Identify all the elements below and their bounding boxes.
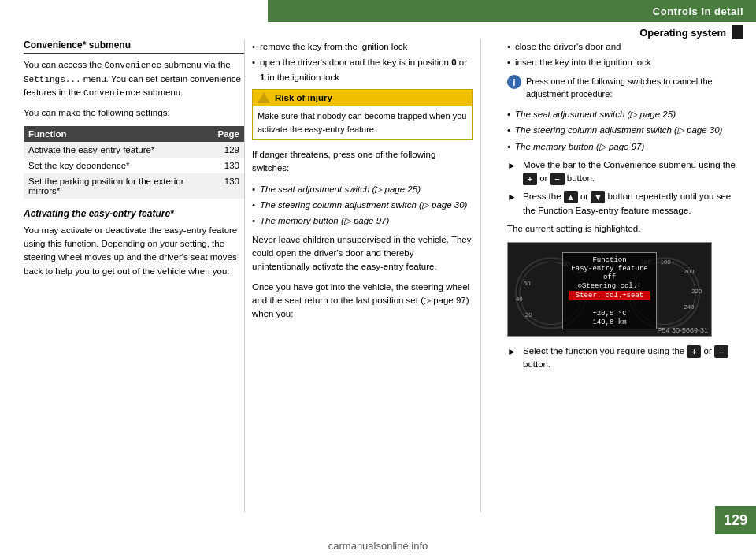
svg-text:220: 220: [691, 288, 702, 295]
table-cell-func-2: Set the key dependence*: [24, 158, 213, 173]
arrow-text-1: Move the bar to the Convenience submenu …: [523, 158, 743, 186]
col-divider-1: [244, 39, 245, 512]
col-divider-2: [480, 39, 481, 512]
bullet-item-2: open the driver's door and the key is in…: [252, 55, 472, 84]
info-bullet-3: The memory button (▷ page 97): [507, 140, 743, 154]
function-table: Function Page Activate the easy-entry fe…: [24, 126, 244, 199]
arrow-text-2: Press the ▲ or ▼ button repeatedly until…: [523, 190, 743, 218]
following-settings-text: You can make the following settings:: [24, 106, 244, 120]
overlay-temp: +20,5 °C: [592, 310, 626, 318]
plus-button-1[interactable]: +: [523, 173, 537, 185]
plus-button-2[interactable]: +: [687, 345, 701, 358]
overlay-line2: Easy-entry feature: [571, 265, 647, 273]
warning-triangle-icon: [258, 92, 270, 103]
overlay-highlighted: Steer. col.+seat: [569, 291, 650, 300]
svg-text:20: 20: [525, 311, 532, 318]
down-button[interactable]: ▼: [591, 191, 605, 203]
up-button[interactable]: ▲: [564, 191, 578, 203]
page-number-box: 129: [715, 506, 756, 534]
svg-text:60: 60: [524, 280, 531, 287]
dashboard-overlay: Function Easy-entry feature off ⊙Steerin…: [562, 252, 657, 329]
right-bullet-list-top: close the driver's door and insert the k…: [507, 39, 743, 70]
overlay-line4: ⊙Steering col.+: [577, 282, 641, 290]
table-cell-func-1: Activate the easy-entry feature*: [24, 142, 213, 158]
header-title: Controls in detail: [653, 6, 743, 17]
overlay-line1: Function: [592, 256, 626, 264]
right-bullet-2: insert the key into the ignition lock: [507, 55, 743, 69]
danger-bullet-3: The memory button (▷ page 97): [252, 214, 472, 228]
settings-mono: Settings...: [24, 75, 81, 84]
once-text: Once you have got into the vehicle, the …: [252, 281, 472, 322]
info-bullet-2: The steering column adjustment switch (▷…: [507, 123, 743, 137]
arrow-icon-3: ►: [507, 344, 518, 359]
info-text: Press one of the following switches to c…: [526, 75, 743, 101]
mid-column: remove the key from the ignition lock op…: [252, 39, 472, 327]
table-cell-func-3: Set the parking position for the exterio…: [24, 173, 213, 199]
right-bullet-1: close the driver's door and: [507, 39, 743, 54]
dashboard-image: 60 40 20 80 100 200 220 240 180 160 Func…: [507, 242, 712, 337]
risk-box: Risk of injury Make sure that nobody can…: [252, 89, 472, 140]
arrow-icon-1: ►: [507, 158, 518, 173]
info-icon: i: [507, 75, 521, 89]
info-box: i Press one of the following switches to…: [507, 75, 743, 101]
table-row: Set the key dependence* 130: [24, 158, 244, 173]
left-intro-text: You can access the Convenience submenu v…: [24, 58, 244, 100]
svg-text:240: 240: [684, 303, 695, 311]
dashboard-caption: P54 30-5669-31: [657, 326, 708, 334]
table-row: Activate the easy-entry feature* 129: [24, 142, 244, 158]
info-bullet-list: The seat adjustment switch (▷ page 25) T…: [507, 107, 743, 154]
page-number: 129: [724, 512, 747, 529]
danger-intro-text: If danger threatens, press one of the fo…: [252, 148, 472, 176]
header-bar: Controls in detail: [268, 0, 756, 22]
overlay-line3: off: [603, 273, 616, 281]
never-text: Never leave children unsupervised in the…: [252, 233, 472, 274]
activating-title: Activating the easy-entry feature*: [24, 208, 244, 219]
danger-bullet-1: The seat adjustment switch (▷ page 25): [252, 182, 472, 196]
risk-title: Risk of injury: [275, 93, 332, 102]
arrow-text-3: Select the function you require using th…: [523, 344, 743, 372]
risk-body-text: Make sure that nobody can become trapped…: [253, 106, 472, 140]
convenience-mono-1: Convenience: [105, 61, 162, 70]
table-col-page: Page: [213, 126, 245, 142]
left-section-title: Convenience* submenu: [24, 39, 244, 54]
arrow-item-1: ► Move the bar to the Convenience submen…: [507, 158, 743, 186]
overlay-km: 149,8 km: [592, 318, 626, 326]
watermark: carmanualsonline.info: [328, 540, 428, 552]
convenience-mono-2: Convenience: [83, 88, 141, 98]
table-cell-page-3: 130: [213, 173, 245, 199]
minus-button-1[interactable]: –: [550, 173, 565, 185]
table-col-function: Function: [24, 126, 213, 142]
activating-body-text: You may activate or deactivate the easy-…: [24, 224, 244, 278]
minus-button-2[interactable]: –: [714, 345, 728, 358]
current-setting-text: The current setting is highlighted.: [507, 222, 743, 236]
left-column: Convenience* submenu You can access the …: [24, 39, 244, 285]
black-box-decoration: [732, 25, 743, 39]
arrow-item-2: ► Press the ▲ or ▼ button repeatedly unt…: [507, 190, 743, 218]
arrow-item-3: ► Select the function you require using …: [507, 344, 743, 372]
svg-text:200: 200: [684, 268, 695, 275]
danger-bullet-2: The steering column adjustment switch (▷…: [252, 198, 472, 212]
subheader-subtitle: Operating system: [639, 27, 726, 39]
danger-bullet-list: The seat adjustment switch (▷ page 25) T…: [252, 182, 472, 229]
info-bullet-1: The seat adjustment switch (▷ page 25): [507, 107, 743, 121]
svg-text:40: 40: [516, 296, 523, 303]
svg-text:180: 180: [661, 259, 672, 266]
table-cell-page-1: 129: [213, 142, 245, 158]
arrow-icon-2: ►: [507, 190, 518, 204]
table-cell-page-2: 130: [213, 158, 245, 173]
bullet-item-1: remove the key from the ignition lock: [252, 39, 472, 54]
table-row: Set the parking position for the exterio…: [24, 173, 244, 199]
risk-header: Risk of injury: [253, 90, 472, 106]
right-column: close the driver's door and insert the k…: [507, 39, 743, 377]
mid-bullet-list-top: remove the key from the ignition lock op…: [252, 39, 472, 84]
